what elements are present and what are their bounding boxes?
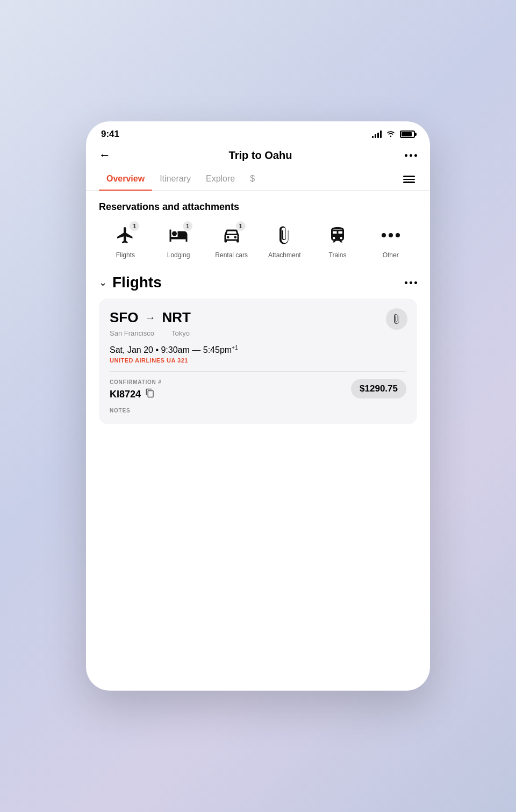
attachment-icon: [275, 226, 294, 245]
flights-section: ⌄ Flights SFO: [99, 274, 417, 424]
trains-icon: [328, 226, 347, 245]
categories-row: 1 Flights 1 Lodging: [99, 223, 417, 259]
origin-code: SFO: [110, 309, 138, 326]
arrive-time: 5:45pm: [203, 345, 232, 354]
category-other[interactable]: Other: [364, 223, 417, 259]
attachment-label: Attachment: [268, 251, 301, 259]
cities-row: San Francisco Tokyo: [110, 328, 406, 337]
back-button[interactable]: ←: [99, 148, 116, 162]
reservations-title: Reservations and attachments: [99, 201, 417, 213]
tab-navigation: Overview Itinerary Explore $: [86, 169, 430, 191]
flights-section-header: ⌄ Flights: [99, 274, 417, 291]
flight-card: SFO → NRT San Francisco Tokyo Sat, Jan 2…: [99, 299, 417, 424]
copy-button[interactable]: [145, 388, 155, 400]
category-rental-cars[interactable]: 1 Rental cars: [205, 223, 258, 259]
tab-itinerary[interactable]: Itinerary: [152, 169, 198, 190]
tab-explore[interactable]: Explore: [198, 169, 242, 190]
category-flights[interactable]: 1 Flights: [99, 223, 152, 259]
airline-name: UNITED AIRLINES UA 321: [110, 357, 406, 364]
flights-section-title: Flights: [112, 274, 162, 291]
flights-more-button[interactable]: [405, 281, 417, 284]
flight-route: SFO → NRT: [110, 309, 406, 326]
menu-line: [403, 182, 415, 183]
rental-cars-label: Rental cars: [215, 251, 248, 259]
tab-dollar[interactable]: $: [242, 169, 262, 190]
category-trains[interactable]: Trains: [311, 223, 364, 259]
menu-line: [403, 176, 415, 177]
route-arrow-icon: →: [145, 311, 155, 324]
signal-icon: [372, 130, 382, 138]
dest-city: Tokyo: [171, 329, 190, 337]
price-badge: $1290.75: [351, 379, 406, 398]
page-title: Trip to Oahu: [229, 149, 292, 162]
status-icons: [372, 130, 415, 139]
more-options-button[interactable]: [405, 154, 417, 157]
card-divider: [110, 371, 406, 372]
page-header: ← Trip to Oahu: [86, 144, 430, 169]
category-attachment[interactable]: Attachment: [258, 223, 311, 259]
paperclip-icon: [391, 314, 402, 324]
depart-time: 9:30am: [161, 345, 189, 354]
trains-label: Trains: [329, 251, 347, 259]
flights-badge: 1: [130, 221, 139, 231]
main-content: Reservations and attachments 1 Flights: [86, 191, 430, 691]
flights-title-wrap: ⌄ Flights: [99, 274, 162, 291]
rental-cars-badge: 1: [236, 221, 246, 231]
copy-icon: [145, 388, 155, 398]
tab-menu-button[interactable]: [401, 171, 417, 187]
notes-label: NOTES: [110, 408, 406, 414]
flight-datetime: Sat, Jan 20 • 9:30am — 5:45pm+1: [110, 345, 406, 355]
flight-date: Sat, Jan 20: [110, 345, 153, 354]
trains-icon-wrap: [326, 223, 349, 247]
other-icon-wrap: [379, 223, 403, 247]
confirmation-number: KI8724: [110, 389, 141, 400]
chevron-down-icon[interactable]: ⌄: [99, 277, 107, 288]
phone-frame: 9:41 ← Trip to Oahu: [86, 121, 430, 691]
confirmation-number-row: KI8724: [110, 388, 162, 400]
arrive-modifier: +1: [232, 345, 238, 351]
category-lodging[interactable]: 1 Lodging: [152, 223, 205, 259]
lodging-icon-wrap: 1: [167, 223, 190, 247]
status-time: 9:41: [101, 129, 119, 140]
tab-overview[interactable]: Overview: [99, 169, 152, 190]
origin-city: San Francisco: [110, 329, 154, 337]
battery-icon: [400, 130, 415, 138]
confirmation-label: CONFIRMATION #: [110, 379, 162, 385]
lodging-badge: 1: [183, 221, 192, 231]
flight-card-footer: CONFIRMATION # KI8724 $1290.75: [110, 379, 406, 400]
dest-code: NRT: [162, 309, 190, 326]
flights-label: Flights: [116, 251, 135, 259]
menu-line: [403, 179, 415, 180]
wifi-icon: [386, 130, 396, 139]
lodging-label: Lodging: [167, 251, 190, 259]
flights-icon-wrap: 1: [113, 223, 137, 247]
attachment-icon-wrap: [273, 223, 296, 247]
confirmation-section: CONFIRMATION # KI8724: [110, 379, 162, 400]
rental-cars-icon-wrap: 1: [220, 223, 243, 247]
status-bar: 9:41: [86, 121, 430, 144]
attachment-button[interactable]: [386, 308, 407, 330]
other-label: Other: [383, 251, 399, 259]
